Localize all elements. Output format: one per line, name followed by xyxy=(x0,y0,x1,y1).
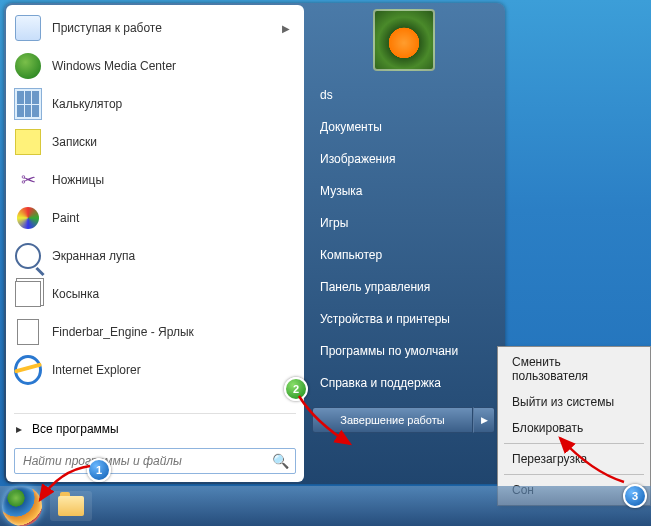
prog-label: Экранная лупа xyxy=(52,249,296,263)
right-item-devices[interactable]: Устройства и принтеры xyxy=(304,303,503,335)
shutdown-button[interactable]: Завершение работы xyxy=(312,407,473,433)
prog-finderbar[interactable]: Finderbar_Engine - Ярлык xyxy=(6,313,304,351)
program-list: Приступая к работе▶ Windows Media Center… xyxy=(6,9,304,411)
submenu-arrow-icon: ▶ xyxy=(282,23,290,34)
right-item-default-programs[interactable]: Программы по умолчани xyxy=(304,335,503,367)
search-icon[interactable]: 🔍 xyxy=(272,453,289,469)
prog-label: Косынка xyxy=(52,287,296,301)
separator xyxy=(14,413,296,414)
start-right-pane: ds Документы Изображения Музыка Игры Ком… xyxy=(304,5,503,482)
prog-wmc[interactable]: Windows Media Center xyxy=(6,47,304,85)
prog-snip[interactable]: ✂Ножницы xyxy=(6,161,304,199)
submenu-separator xyxy=(504,443,644,444)
shortcut-icon xyxy=(14,318,42,346)
prog-label: Windows Media Center xyxy=(52,59,296,73)
paint-icon xyxy=(14,204,42,232)
user-picture[interactable] xyxy=(373,9,435,71)
submenu-lock[interactable]: Блокировать xyxy=(500,415,648,441)
callout-3: 3 xyxy=(623,484,647,508)
ie-icon xyxy=(14,356,42,384)
wmc-icon xyxy=(14,52,42,80)
right-item-help[interactable]: Справка и поддержка xyxy=(304,367,503,399)
start-left-pane: Приступая к работе▶ Windows Media Center… xyxy=(6,5,304,482)
prog-getting-started[interactable]: Приступая к работе▶ xyxy=(6,9,304,47)
prog-label: Записки xyxy=(52,135,296,149)
getting-started-icon xyxy=(14,14,42,42)
taskbar xyxy=(0,486,651,526)
search-box[interactable]: 🔍 xyxy=(14,448,296,474)
submenu-logoff[interactable]: Выйти из системы xyxy=(500,389,648,415)
right-item-games[interactable]: Игры xyxy=(304,207,503,239)
shutdown-options-button[interactable]: ▶ xyxy=(473,407,495,433)
prog-magnifier[interactable]: Экранная лупа xyxy=(6,237,304,275)
prog-label: Paint xyxy=(52,211,296,225)
folder-icon xyxy=(58,496,84,516)
prog-ie[interactable]: Internet Explorer xyxy=(6,351,304,389)
shutdown-submenu: Сменить пользователя Выйти из системы Бл… xyxy=(497,346,651,506)
triangle-icon: ▸ xyxy=(16,422,22,436)
prog-label: Приступая к работе xyxy=(52,21,282,35)
all-programs-label: Все программы xyxy=(32,422,119,436)
submenu-switch-user[interactable]: Сменить пользователя xyxy=(500,349,648,389)
calculator-icon xyxy=(14,90,42,118)
start-menu: Приступая к работе▶ Windows Media Center… xyxy=(4,3,505,484)
right-item-control-panel[interactable]: Панель управления xyxy=(304,271,503,303)
prog-paint[interactable]: Paint xyxy=(6,199,304,237)
right-item-documents[interactable]: Документы xyxy=(304,111,503,143)
callout-2: 2 xyxy=(284,377,308,401)
prog-solitaire[interactable]: Косынка xyxy=(6,275,304,313)
prog-label: Finderbar_Engine - Ярлык xyxy=(52,325,296,339)
right-item-computer[interactable]: Компьютер xyxy=(304,239,503,271)
prog-calc[interactable]: Калькулятор xyxy=(6,85,304,123)
right-item-music[interactable]: Музыка xyxy=(304,175,503,207)
all-programs[interactable]: ▸Все программы xyxy=(6,416,304,442)
prog-notes[interactable]: Записки xyxy=(6,123,304,161)
sticky-notes-icon xyxy=(14,128,42,156)
submenu-restart[interactable]: Перезагрузка xyxy=(500,446,648,472)
search-input[interactable] xyxy=(21,453,272,469)
right-item-pictures[interactable]: Изображения xyxy=(304,143,503,175)
start-button[interactable] xyxy=(2,486,42,526)
prog-label: Ножницы xyxy=(52,173,296,187)
scissors-icon: ✂ xyxy=(14,166,42,194)
prog-label: Internet Explorer xyxy=(52,363,296,377)
right-item-user[interactable]: ds xyxy=(304,79,503,111)
submenu-separator xyxy=(504,474,644,475)
shutdown-row: Завершение работы ▶ xyxy=(312,407,495,433)
prog-label: Калькулятор xyxy=(52,97,296,111)
callout-1: 1 xyxy=(87,458,111,482)
taskbar-explorer[interactable] xyxy=(50,491,92,521)
magnifier-icon xyxy=(14,242,42,270)
solitaire-icon xyxy=(14,280,42,308)
